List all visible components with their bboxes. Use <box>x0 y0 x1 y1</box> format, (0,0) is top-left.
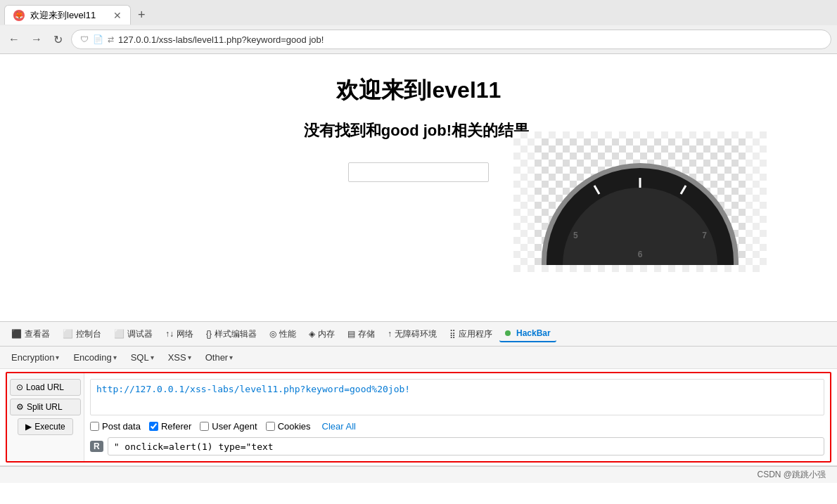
tab-title: 欢迎来到level11 <box>30 9 108 22</box>
referer-input[interactable] <box>108 437 824 455</box>
hackbar-main: http://127.0.0.1/xss-labs/level11.php?ke… <box>84 373 830 461</box>
debugger-icon: ⬜ <box>114 329 124 339</box>
page-content: 欢迎来到level11 没有找到和good job!相关的结果. 6 7 5 <box>0 54 837 321</box>
hackbar-dot-icon <box>505 330 511 336</box>
execute-label: Execute <box>34 422 65 432</box>
user-agent-checkbox[interactable] <box>200 422 209 431</box>
post-data-label: Post data <box>102 421 141 432</box>
memory-icon: ◈ <box>309 329 315 339</box>
search-input[interactable] <box>348 162 489 182</box>
devtool-application[interactable]: ⣿ 应用程序 <box>444 325 498 343</box>
page-footer: CSDN @跳跳小强 <box>0 466 837 483</box>
devtool-console[interactable]: ⬜ 控制台 <box>57 325 107 343</box>
encryption-label: Encryption <box>11 352 54 363</box>
memory-label: 内存 <box>318 328 335 340</box>
clock-decoration: 6 7 5 <box>513 131 767 272</box>
refresh-button[interactable]: ↻ <box>51 32 65 48</box>
split-url-icon: ⚙ <box>16 402 24 412</box>
user-agent-checkbox-label[interactable]: User Agent <box>200 421 257 432</box>
hackbar-checkboxes: Post data Referer User Agent Cookies Cle… <box>90 421 824 432</box>
url-field[interactable]: http://127.0.0.1/xss-labs/level11.php?ke… <box>90 379 824 415</box>
inspector-icon: ⬛ <box>11 329 22 339</box>
hackbar-body: ⊙ Load URL ⚙ Split URL ▶ Execute http://… <box>6 372 831 463</box>
xss-arrow-icon: ▾ <box>188 354 191 361</box>
new-tab-button[interactable]: + <box>134 8 150 22</box>
tab-close-button[interactable]: ✕ <box>113 11 122 20</box>
debugger-label: 调试器 <box>127 328 153 340</box>
referer-checkbox-label[interactable]: Referer <box>149 421 191 432</box>
clock-tick-2 <box>680 185 687 195</box>
execute-icon: ▶ <box>25 422 32 432</box>
hackbar-sidebar: ⊙ Load URL ⚙ Split URL ▶ Execute <box>7 373 84 461</box>
inspector-label: 查看器 <box>25 328 50 340</box>
referer-badge: R <box>90 441 103 452</box>
execute-button[interactable]: ▶ Execute <box>18 418 72 435</box>
menu-item-sql[interactable]: SQL ▾ <box>125 351 160 364</box>
other-label: Other <box>205 352 229 363</box>
style-editor-label: 样式编辑器 <box>215 328 257 340</box>
url-input[interactable] <box>118 34 822 45</box>
post-data-checkbox-label[interactable]: Post data <box>90 421 141 432</box>
url-reload-icon: ⇄ <box>108 35 114 44</box>
referer-checkbox[interactable] <box>149 422 158 431</box>
referer-label: Referer <box>161 421 191 432</box>
menu-item-encoding[interactable]: Encoding ▾ <box>68 351 122 364</box>
load-url-button[interactable]: ⊙ Load URL <box>10 379 81 396</box>
menu-item-other[interactable]: Other ▾ <box>200 351 239 364</box>
hackbar-menu: Encryption ▾ Encoding ▾ SQL ▾ XSS ▾ Othe… <box>0 347 837 369</box>
devtool-style-editor[interactable]: {} 样式编辑器 <box>200 325 262 343</box>
performance-icon: ◎ <box>269 329 276 339</box>
encoding-label: Encoding <box>73 352 111 363</box>
console-icon: ⬜ <box>63 329 73 339</box>
referer-field-row: R <box>90 437 824 455</box>
browser-chrome: 🦊 欢迎来到level11 ✕ + ← → ↻ 🛡 📄 ⇄ <box>0 0 837 54</box>
network-icon: ↑↓ <box>165 329 174 339</box>
hackbar-label: HackBar <box>516 328 551 338</box>
performance-label: 性能 <box>279 328 296 340</box>
sql-label: SQL <box>131 352 149 363</box>
devtool-accessibility[interactable]: ↑ 无障碍环境 <box>382 325 442 343</box>
page-subtitle: 没有找到和good job!相关的结果. <box>304 120 533 141</box>
clear-all-button[interactable]: Clear All <box>322 421 356 432</box>
post-data-checkbox[interactable] <box>90 422 99 431</box>
menu-item-xss[interactable]: XSS ▾ <box>162 351 197 364</box>
load-url-label: Load URL <box>26 382 64 392</box>
split-url-button[interactable]: ⚙ Split URL <box>10 399 81 415</box>
cookies-label: Cookies <box>278 421 311 432</box>
accessibility-label: 无障碍环境 <box>395 328 437 340</box>
url-page-icon: 📄 <box>93 34 103 44</box>
cookies-checkbox[interactable] <box>266 422 275 431</box>
devtool-storage[interactable]: ▤ 存储 <box>342 325 381 343</box>
tab-bar: 🦊 欢迎来到level11 ✕ + <box>0 0 837 25</box>
browser-tab[interactable]: 🦊 欢迎来到level11 ✕ <box>4 5 131 25</box>
cookies-checkbox-label[interactable]: Cookies <box>266 421 311 432</box>
page-title: 欢迎来到level11 <box>336 75 501 106</box>
user-agent-label: User Agent <box>212 421 257 432</box>
hackbar-panel: Encryption ▾ Encoding ▾ SQL ▾ XSS ▾ Othe… <box>0 347 837 466</box>
clock-tick-1 <box>639 178 641 188</box>
devtool-memory[interactable]: ◈ 内存 <box>303 325 340 343</box>
other-arrow-icon: ▾ <box>229 354 233 361</box>
devtool-hackbar[interactable]: HackBar <box>499 325 556 342</box>
devtool-performance[interactable]: ◎ 性能 <box>264 325 302 343</box>
clock-num-7: 7 <box>702 231 707 240</box>
menu-item-encryption[interactable]: Encryption ▾ <box>6 351 65 364</box>
url-bar[interactable]: 🛡 📄 ⇄ <box>71 30 831 49</box>
back-button[interactable]: ← <box>6 32 23 47</box>
application-label: 应用程序 <box>459 328 492 340</box>
encoding-arrow-icon: ▾ <box>113 354 117 361</box>
style-editor-icon: {} <box>206 329 212 339</box>
devtools-bar: ⬛ 查看器 ⬜ 控制台 ⬜ 调试器 ↑↓ 网络 {} 样式编辑器 ◎ 性能 ◈ … <box>0 321 837 347</box>
clock-num-6: 6 <box>638 250 643 259</box>
devtool-inspector[interactable]: ⬛ 查看器 <box>6 325 56 343</box>
footer-text: CSDN @跳跳小强 <box>757 469 826 481</box>
forward-button[interactable]: → <box>28 32 45 47</box>
console-label: 控制台 <box>76 328 101 340</box>
application-icon: ⣿ <box>449 329 456 339</box>
storage-label: 存储 <box>358 328 375 340</box>
devtool-network[interactable]: ↑↓ 网络 <box>160 325 199 343</box>
encryption-arrow-icon: ▾ <box>56 354 59 361</box>
sql-arrow-icon: ▾ <box>151 354 154 361</box>
address-bar: ← → ↻ 🛡 📄 ⇄ <box>0 25 837 53</box>
devtool-debugger[interactable]: ⬜ 调试器 <box>108 325 158 343</box>
